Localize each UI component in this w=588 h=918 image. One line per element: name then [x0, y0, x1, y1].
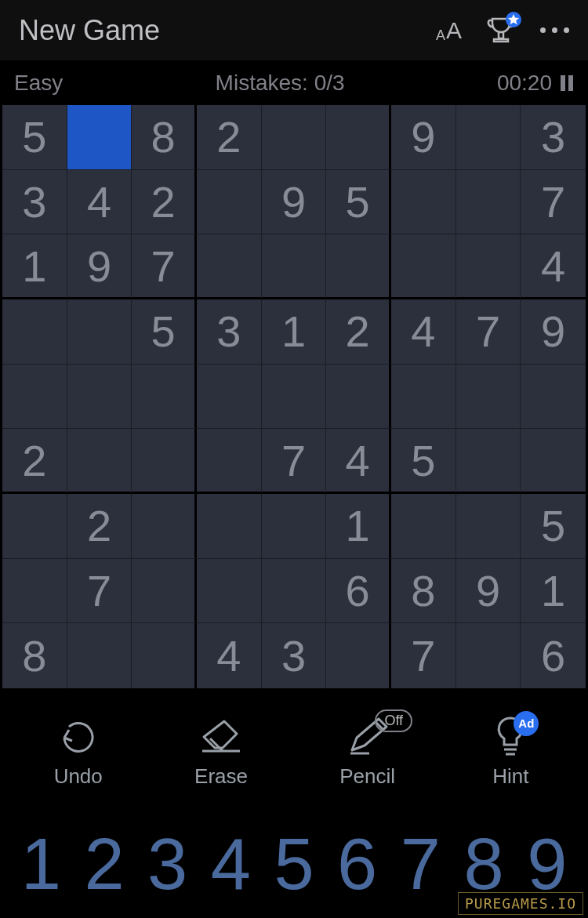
cell-4-6[interactable] — [391, 365, 456, 430]
cell-4-8[interactable] — [521, 365, 586, 430]
cell-8-3[interactable]: 4 — [197, 623, 262, 688]
pause-button[interactable] — [560, 74, 574, 92]
cell-7-8[interactable]: 1 — [521, 559, 586, 624]
numpad-9[interactable]: 9 — [515, 828, 579, 900]
new-game-button[interactable]: New Game — [19, 14, 160, 47]
cell-1-8[interactable]: 7 — [521, 170, 586, 235]
cell-2-5[interactable] — [326, 234, 391, 299]
cell-3-0[interactable] — [2, 299, 67, 365]
hint-button[interactable]: Ad Hint — [487, 714, 534, 789]
text-size-button[interactable]: A A — [436, 17, 462, 44]
cell-0-8[interactable]: 3 — [521, 105, 586, 170]
cell-8-5[interactable] — [326, 623, 391, 688]
numpad-3[interactable]: 3 — [136, 828, 199, 900]
cell-7-5[interactable]: 6 — [326, 559, 391, 624]
cell-4-5[interactable] — [326, 365, 391, 430]
cell-0-2[interactable]: 8 — [132, 105, 197, 170]
cell-6-0[interactable] — [2, 494, 67, 559]
pencil-button[interactable]: Off Pencil — [339, 714, 395, 789]
undo-button[interactable]: Undo — [54, 714, 103, 789]
cell-0-5[interactable] — [326, 105, 391, 170]
cell-0-0[interactable]: 5 — [2, 105, 67, 170]
cell-7-7[interactable]: 9 — [456, 559, 521, 624]
cell-5-3[interactable] — [197, 429, 262, 494]
cell-8-4[interactable]: 3 — [262, 623, 327, 688]
cell-5-7[interactable] — [456, 429, 521, 494]
cell-3-7[interactable]: 7 — [456, 299, 521, 365]
cell-0-1[interactable] — [67, 105, 132, 170]
cell-2-8[interactable]: 4 — [521, 234, 586, 299]
cell-5-1[interactable] — [67, 429, 132, 494]
cell-0-3[interactable]: 2 — [197, 105, 262, 170]
cell-0-4[interactable] — [262, 105, 327, 170]
cell-4-4[interactable] — [262, 365, 327, 430]
cell-2-0[interactable]: 1 — [2, 234, 67, 299]
cell-3-4[interactable]: 1 — [262, 299, 327, 365]
trophy-button[interactable] — [484, 13, 518, 48]
cell-8-0[interactable]: 8 — [2, 623, 67, 688]
numpad-1[interactable]: 1 — [9, 828, 73, 900]
cell-6-7[interactable] — [456, 494, 521, 559]
cell-8-7[interactable] — [456, 623, 521, 688]
numpad-7[interactable]: 7 — [389, 828, 452, 900]
cell-6-6[interactable] — [391, 494, 456, 559]
cell-3-5[interactable]: 2 — [326, 299, 391, 365]
cell-2-4[interactable] — [262, 234, 327, 299]
cell-5-5[interactable]: 4 — [326, 429, 391, 494]
cell-7-1[interactable]: 7 — [67, 559, 132, 624]
cell-2-3[interactable] — [197, 234, 262, 299]
cell-4-1[interactable] — [67, 365, 132, 430]
cell-5-8[interactable] — [521, 429, 586, 494]
cell-7-0[interactable] — [2, 559, 67, 624]
cell-4-3[interactable] — [197, 365, 262, 430]
cell-1-6[interactable] — [391, 170, 456, 235]
cell-8-2[interactable] — [132, 623, 197, 688]
cell-0-6[interactable]: 9 — [391, 105, 456, 170]
cell-4-2[interactable] — [132, 365, 197, 430]
cell-3-3[interactable]: 3 — [197, 299, 262, 365]
trophy-star-icon — [506, 12, 521, 27]
cell-3-2[interactable]: 5 — [132, 299, 197, 365]
cell-1-2[interactable]: 2 — [132, 170, 197, 235]
cell-1-7[interactable] — [456, 170, 521, 235]
cell-8-6[interactable]: 7 — [391, 623, 456, 688]
cell-7-4[interactable] — [262, 559, 327, 624]
cell-1-4[interactable]: 9 — [262, 170, 327, 235]
erase-button[interactable]: Erase — [194, 714, 248, 789]
cell-8-1[interactable] — [67, 623, 132, 688]
cell-7-6[interactable]: 8 — [391, 559, 456, 624]
cell-5-2[interactable] — [132, 429, 197, 494]
cell-3-8[interactable]: 9 — [521, 299, 586, 365]
cell-2-6[interactable] — [391, 234, 456, 299]
cell-8-8[interactable]: 6 — [521, 623, 586, 688]
numpad-6[interactable]: 6 — [325, 828, 389, 900]
cell-7-2[interactable] — [132, 559, 197, 624]
cell-4-7[interactable] — [456, 365, 521, 430]
cell-7-3[interactable] — [197, 559, 262, 624]
cell-5-4[interactable]: 7 — [262, 429, 327, 494]
numpad-5[interactable]: 5 — [263, 828, 326, 900]
cell-3-1[interactable] — [67, 299, 132, 365]
numpad-8[interactable]: 8 — [452, 828, 516, 900]
cell-5-0[interactable]: 2 — [2, 429, 67, 494]
cell-6-3[interactable] — [197, 494, 262, 559]
cell-4-0[interactable] — [2, 365, 67, 430]
cell-2-7[interactable] — [456, 234, 521, 299]
cell-2-2[interactable]: 7 — [132, 234, 197, 299]
cell-1-0[interactable]: 3 — [2, 170, 67, 235]
cell-2-1[interactable]: 9 — [67, 234, 132, 299]
cell-6-4[interactable] — [262, 494, 327, 559]
cell-1-1[interactable]: 4 — [67, 170, 132, 235]
cell-6-8[interactable]: 5 — [521, 494, 586, 559]
numpad-4[interactable]: 4 — [199, 828, 263, 900]
cell-6-2[interactable] — [132, 494, 197, 559]
cell-6-1[interactable]: 2 — [67, 494, 132, 559]
cell-1-3[interactable] — [197, 170, 262, 235]
cell-3-6[interactable]: 4 — [391, 299, 456, 365]
cell-1-5[interactable]: 5 — [326, 170, 391, 235]
cell-0-7[interactable] — [456, 105, 521, 170]
more-button[interactable] — [540, 27, 569, 33]
cell-5-6[interactable]: 5 — [391, 429, 456, 494]
cell-6-5[interactable]: 1 — [326, 494, 391, 559]
numpad-2[interactable]: 2 — [73, 828, 136, 900]
